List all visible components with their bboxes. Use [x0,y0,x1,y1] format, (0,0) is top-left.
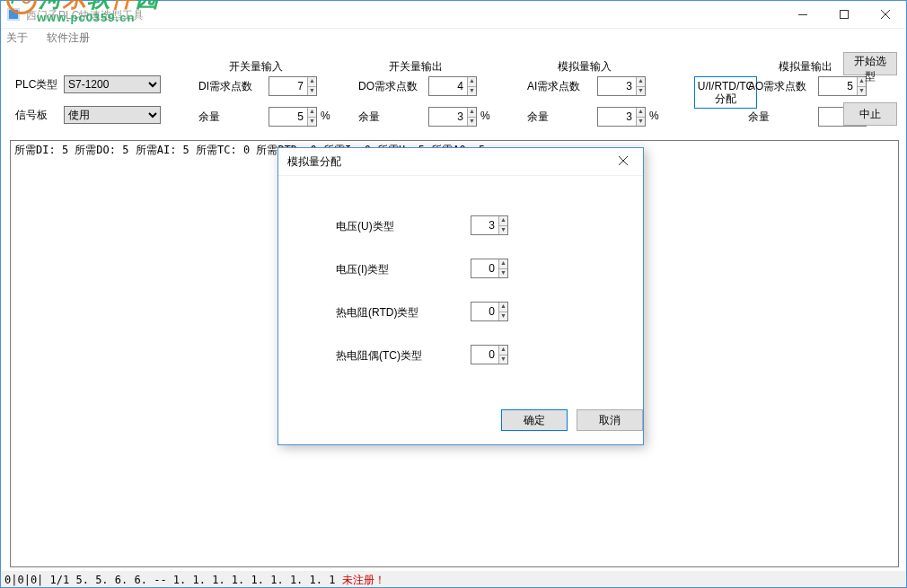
spin-up-icon[interactable]: ▲ [499,216,507,226]
start-button[interactable]: 开始选型 [843,52,897,75]
spin-down-icon[interactable]: ▼ [308,118,316,127]
di-margin-label: 余量 [198,110,220,125]
svg-rect-3 [841,11,849,19]
spin-up-icon[interactable]: ▲ [499,259,507,269]
do-margin-input[interactable] [429,108,467,126]
ai-need-stepper[interactable]: ▲▼ [597,76,646,96]
close-button[interactable] [865,1,906,28]
di-need-input[interactable] [269,77,307,95]
ai-need-input[interactable] [598,77,636,95]
spin-down-icon[interactable]: ▼ [858,87,866,96]
close-icon [619,156,628,165]
percent-label: % [649,110,659,122]
do-need-stepper[interactable]: ▲▼ [428,76,477,96]
di-header: 开关量输入 [229,59,283,75]
tc-type-label: 热电阻偶(TC)类型 [336,348,422,364]
config-panel: PLC类型 S7-1200 信号板 使用 开关量输入 DI需求点数 ▲▼ 余量 … [1,52,906,131]
dialog-close-button[interactable] [603,148,643,175]
spin-down-icon[interactable]: ▼ [499,226,507,235]
window-controls [782,1,906,28]
spin-down-icon[interactable]: ▼ [637,87,645,96]
spin-down-icon[interactable]: ▼ [308,87,316,96]
ai-margin-stepper[interactable]: ▲▼ [597,107,646,127]
stop-button[interactable]: 中止 [843,102,897,126]
percent-label: % [321,110,330,122]
minimize-button[interactable] [782,1,823,28]
rtd-type-label: 热电阻(RTD)类型 [336,305,418,320]
menubar: 关于 软件注册 [1,29,906,52]
maximize-icon [840,10,849,19]
plc-type-select[interactable]: S7-1200 [64,75,161,93]
signal-board-select[interactable]: 使用 [64,106,161,124]
svg-rect-2 [798,14,807,15]
dialog-titlebar: 模拟量分配 [278,148,643,176]
cancel-button[interactable]: 取消 [577,409,643,431]
app-icon [6,7,21,22]
main-window: 西门子PLC快速选型工具 PC 河东软件园 www.pc0359.cn 关于 软… [0,0,907,588]
ai-need-label: AI需求点数 [527,79,580,94]
spin-down-icon[interactable]: ▼ [468,87,476,96]
ai-margin-label: 余量 [527,110,549,125]
minimize-icon [798,14,807,15]
ao-need-stepper[interactable]: ▲▼ [818,76,867,96]
do-margin-stepper[interactable]: ▲▼ [428,107,477,127]
ao-header: 模拟量输出 [779,59,832,75]
tc-type-stepper[interactable]: ▲▼ [471,345,508,364]
spin-up-icon[interactable]: ▲ [637,77,645,87]
rtd-type-input[interactable] [471,303,498,320]
u-type-input[interactable] [471,216,498,234]
di-margin-input[interactable] [269,108,307,126]
ao-margin-label: 余量 [748,110,770,125]
spin-down-icon[interactable]: ▼ [499,312,507,321]
menu-register[interactable]: 软件注册 [47,31,90,44]
spin-down-icon[interactable]: ▼ [637,118,645,127]
i-type-label: 电压(I)类型 [336,262,389,277]
do-margin-label: 余量 [358,110,380,125]
maximize-button[interactable] [823,1,865,28]
di-need-stepper[interactable]: ▲▼ [269,76,317,96]
statusbar: 0|0|0| 1/1 5. 5. 6. 6. -- 1. 1. 1. 1. 1.… [1,571,906,587]
spin-up-icon[interactable]: ▲ [499,303,507,312]
i-type-stepper[interactable]: ▲▼ [471,259,508,278]
di-need-label: DI需求点数 [198,79,252,94]
status-text: 0|0|0| 1/1 5. 5. 6. 6. -- 1. 1. 1. 1. 1.… [4,574,342,586]
spin-down-icon[interactable]: ▼ [499,269,507,278]
u-type-stepper[interactable]: ▲▼ [471,215,508,235]
ai-header: 模拟量输入 [558,59,612,75]
spin-up-icon[interactable]: ▲ [637,108,645,118]
do-need-input[interactable] [429,77,467,95]
dialog-title: 模拟量分配 [287,154,341,170]
rtd-type-stepper[interactable]: ▲▼ [471,302,508,321]
signal-board-label: 信号板 [15,108,48,123]
ao-need-input[interactable] [819,77,857,95]
ai-margin-input[interactable] [598,108,636,126]
do-header: 开关量输出 [389,59,443,75]
window-title: 西门子PLC快速选型工具 [26,8,144,23]
ok-button[interactable]: 确定 [501,409,568,431]
u-type-label: 电压(U)类型 [336,219,394,234]
allocation-dialog: 模拟量分配 电压(U)类型 ▲▼ 电压(I)类型 ▲▼ 热电阻(RTD)类型 ▲… [277,147,644,445]
i-type-input[interactable] [471,259,498,277]
spin-up-icon[interactable]: ▲ [499,346,507,355]
spin-up-icon[interactable]: ▲ [308,108,316,118]
percent-label: % [480,110,490,122]
spin-up-icon[interactable]: ▲ [468,77,476,87]
spin-down-icon[interactable]: ▼ [468,118,476,127]
spin-up-icon[interactable]: ▲ [308,77,316,87]
di-margin-stepper[interactable]: ▲▼ [269,107,317,127]
spin-down-icon[interactable]: ▼ [499,355,507,364]
do-need-label: DO需求点数 [358,79,418,94]
alloc-line2: 分配 [695,92,756,105]
close-icon [881,10,890,19]
spin-up-icon[interactable]: ▲ [468,108,476,118]
status-register: 未注册！ [342,574,385,586]
plc-type-label: PLC类型 [15,77,57,92]
ao-need-label: AO需求点数 [748,79,806,94]
titlebar: 西门子PLC快速选型工具 [1,1,906,29]
tc-type-input[interactable] [471,346,498,364]
svg-rect-1 [9,10,18,19]
alloc-line1: U/I/RTD/TC [695,80,756,92]
menu-about[interactable]: 关于 [6,31,28,44]
